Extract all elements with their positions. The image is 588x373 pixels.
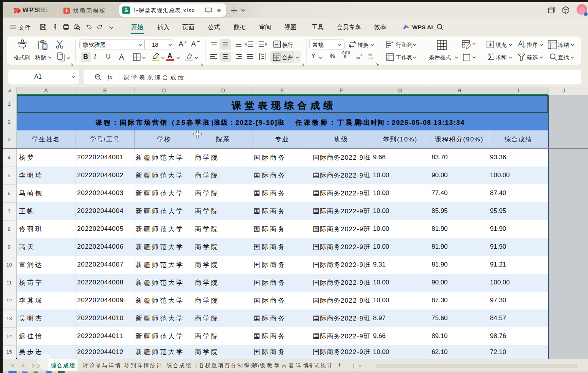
svg-text:←.0: ←.0 [357,53,362,56]
svg-text:→.0: →.0 [368,56,373,59]
svg-text:.00: .00 [356,56,360,59]
svg-text:S: S [124,7,128,13]
svg-text:.00: .00 [368,53,372,56]
